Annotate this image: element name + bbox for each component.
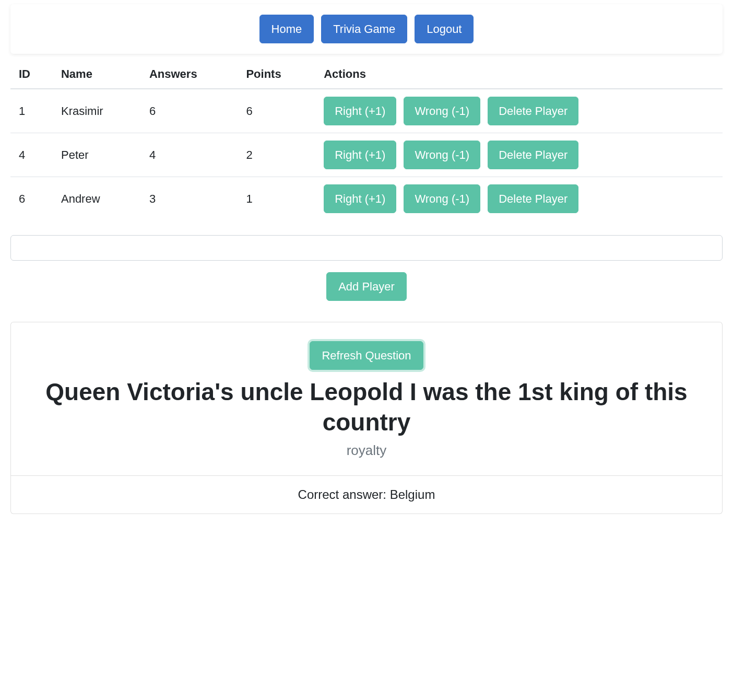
th-name: Name bbox=[53, 60, 141, 89]
cell-actions: Right (+1)Wrong (-1)Delete Player bbox=[315, 89, 723, 133]
th-actions: Actions bbox=[315, 60, 723, 89]
cell-points: 2 bbox=[238, 133, 315, 177]
cell-points: 6 bbox=[238, 89, 315, 133]
question-text: Queen Victoria's uncle Leopold I was the… bbox=[26, 377, 707, 437]
refresh-question-button[interactable]: Refresh Question bbox=[310, 341, 423, 370]
players-table: ID Name Answers Points Actions 1Krasimir… bbox=[10, 60, 723, 220]
nav-trivia-button[interactable]: Trivia Game bbox=[321, 15, 407, 43]
delete-player-button[interactable]: Delete Player bbox=[488, 184, 578, 213]
cell-points: 1 bbox=[238, 177, 315, 221]
right-button[interactable]: Right (+1) bbox=[324, 141, 396, 169]
add-player-input-row bbox=[10, 235, 723, 261]
table-row: 4Peter42Right (+1)Wrong (-1)Delete Playe… bbox=[10, 133, 723, 177]
delete-player-button[interactable]: Delete Player bbox=[488, 141, 578, 169]
question-card: Refresh Question Queen Victoria's uncle … bbox=[10, 322, 723, 514]
cell-id: 4 bbox=[10, 133, 53, 177]
table-row: 1Krasimir66Right (+1)Wrong (-1)Delete Pl… bbox=[10, 89, 723, 133]
add-player-button[interactable]: Add Player bbox=[326, 272, 407, 301]
cell-actions: Right (+1)Wrong (-1)Delete Player bbox=[315, 177, 723, 221]
th-answers: Answers bbox=[141, 60, 238, 89]
question-category: royalty bbox=[26, 442, 707, 459]
wrong-button[interactable]: Wrong (-1) bbox=[404, 184, 480, 213]
th-points: Points bbox=[238, 60, 315, 89]
th-id: ID bbox=[10, 60, 53, 89]
question-answer: Correct answer: Belgium bbox=[11, 475, 722, 514]
cell-answers: 6 bbox=[141, 89, 238, 133]
cell-name: Krasimir bbox=[53, 89, 141, 133]
add-player-row: Add Player bbox=[10, 272, 723, 301]
delete-player-button[interactable]: Delete Player bbox=[488, 97, 578, 125]
cell-name: Andrew bbox=[53, 177, 141, 221]
cell-actions: Right (+1)Wrong (-1)Delete Player bbox=[315, 133, 723, 177]
cell-id: 6 bbox=[10, 177, 53, 221]
nav-logout-button[interactable]: Logout bbox=[415, 15, 474, 43]
right-button[interactable]: Right (+1) bbox=[324, 97, 396, 125]
cell-name: Peter bbox=[53, 133, 141, 177]
answer-prefix: Correct answer: bbox=[298, 487, 390, 501]
right-button[interactable]: Right (+1) bbox=[324, 184, 396, 213]
player-name-input[interactable] bbox=[10, 235, 723, 261]
table-row: 6Andrew31Right (+1)Wrong (-1)Delete Play… bbox=[10, 177, 723, 221]
wrong-button[interactable]: Wrong (-1) bbox=[404, 97, 480, 125]
wrong-button[interactable]: Wrong (-1) bbox=[404, 141, 480, 169]
cell-answers: 4 bbox=[141, 133, 238, 177]
nav-home-button[interactable]: Home bbox=[259, 15, 314, 43]
cell-answers: 3 bbox=[141, 177, 238, 221]
navbar: Home Trivia Game Logout bbox=[10, 4, 723, 54]
cell-id: 1 bbox=[10, 89, 53, 133]
answer-value: Belgium bbox=[390, 487, 435, 501]
